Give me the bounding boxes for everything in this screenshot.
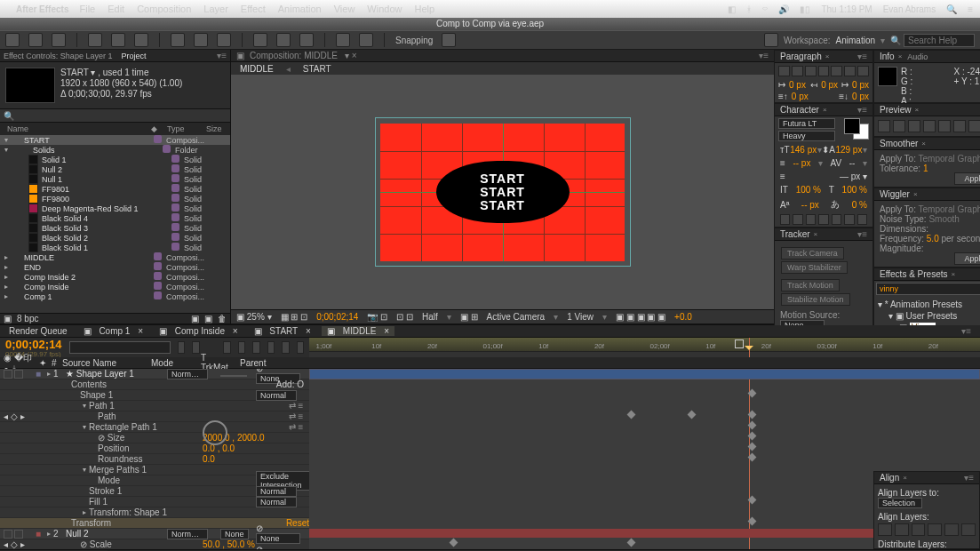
menu-help[interactable]: Help [414, 4, 434, 14]
timeline-row[interactable]: Roundness0.0 [0, 454, 309, 465]
tab-middle[interactable]: ▣ MIDDLE × [322, 326, 394, 336]
tl-icon[interactable] [178, 341, 185, 354]
align-tab[interactable]: Align [880, 473, 899, 483]
hand-tool-icon[interactable] [28, 33, 43, 47]
channel-icon[interactable]: ⊡ ⊡ [396, 312, 413, 322]
crumb-start[interactable]: START [303, 64, 331, 74]
time-ruler[interactable]: 1;00f10f20f01;00f10f20f02;00f10f20f03;00… [309, 338, 980, 357]
project-row[interactable]: FF9801Solid [0, 184, 230, 194]
puppet-tool-icon[interactable] [359, 33, 373, 47]
track-motion-button[interactable]: Track Motion [781, 279, 840, 291]
timeline-row[interactable]: ■▸1★ Shape Layer 1Norm…⊘ None [0, 369, 309, 379]
view-icons[interactable]: ▣ ▣ ▣ ▣ ▣ [616, 312, 665, 322]
project-row[interactable]: Black Solid 1Solid [0, 243, 230, 252]
project-row[interactable]: ▸Comp 1Composi... [0, 291, 230, 301]
font-weight[interactable]: Heavy [778, 131, 835, 141]
project-row[interactable]: Solid 1Solid [0, 155, 230, 164]
preview-controls[interactable] [874, 116, 980, 136]
panel-menu-icon[interactable]: ▾≡ [217, 51, 227, 60]
menu-file[interactable]: File [79, 4, 95, 14]
menu-edit[interactable]: Edit [108, 4, 124, 14]
timeline-row[interactable]: ▾Rectangle Path 1⇄ ≡ [0, 422, 309, 433]
tab-start[interactable]: ▣ START × [249, 326, 316, 336]
menubar-user[interactable]: Evan Abrams [883, 4, 936, 14]
interpret-icon[interactable]: ▣ [4, 314, 12, 323]
project-row[interactable]: ▾STARTComposi... [0, 135, 230, 145]
active-camera[interactable]: Active Camera [487, 312, 546, 322]
comp-viewer[interactable]: START START START [231, 75, 774, 309]
roto-tool-icon[interactable] [336, 33, 350, 47]
tab-comp-inside[interactable]: ▣ Comp Inside × [154, 326, 243, 336]
timeline-row[interactable]: ■▸2Null 2Norm…None⊘ None [0, 529, 309, 539]
menu-effect[interactable]: Effect [241, 4, 266, 14]
layer-outline[interactable]: ■▸1★ Shape Layer 1Norm…⊘ NoneContentsAdd… [0, 369, 309, 549]
wiggler-tab[interactable]: Wiggler [880, 189, 910, 199]
project-row[interactable]: ▾SolidsFolder [0, 145, 230, 155]
effects-presets-tab[interactable]: Effects & Presets [880, 269, 948, 279]
project-row[interactable]: Null 2Solid [0, 164, 230, 174]
timeline-row[interactable]: ModeExclude Intersection [0, 475, 309, 486]
preview-tab[interactable]: Preview [880, 105, 912, 115]
align-to-select[interactable]: Selection [878, 498, 922, 508]
workspace-value[interactable]: Animation [836, 36, 875, 45]
pan-behind-tool-icon[interactable] [134, 33, 148, 47]
menu-animation[interactable]: Animation [278, 4, 322, 14]
menu-layer[interactable]: Layer [203, 4, 228, 14]
project-tree[interactable]: ▾STARTComposi...▾SolidsFolderSolid 1Soli… [0, 135, 230, 313]
project-row[interactable]: Black Solid 3Solid [0, 223, 230, 233]
col-size[interactable]: Size [206, 124, 222, 133]
menu-view[interactable]: View [334, 4, 355, 14]
track-camera-button[interactable]: Track Camera [781, 247, 844, 260]
smoother-apply-button[interactable]: Apply [954, 172, 980, 185]
selection-tool-icon[interactable] [5, 33, 20, 47]
hscale[interactable]: 100 % [842, 185, 867, 195]
project-search-input[interactable] [18, 111, 117, 121]
timeline-search-input[interactable] [69, 341, 171, 354]
zoom-tool-icon[interactable] [52, 33, 66, 47]
timeline-row[interactable]: Fill 1Normal [0, 497, 309, 507]
timeline-row[interactable]: ◂ ◇ ▸Path⇄ ≡ [0, 411, 309, 422]
project-row[interactable]: FF9800Solid [0, 194, 230, 204]
tab-comp1[interactable]: ▣ Comp 1 × [78, 326, 148, 336]
project-row[interactable]: Black Solid 4Solid [0, 213, 230, 223]
ui-toggle-icon[interactable] [764, 33, 778, 47]
vscale[interactable]: 100 % [796, 185, 821, 195]
timeline-row[interactable]: Position0.0 , 0.0 [0, 443, 309, 454]
smoother-tab[interactable]: Smoother [880, 139, 918, 148]
col-tag[interactable]: ◆ [140, 124, 167, 133]
font-size[interactable]: 146 px [790, 145, 817, 155]
kerning[interactable]: -- px [793, 158, 810, 168]
panel-menu-icon[interactable]: ▾≡ [759, 51, 769, 60]
timeline-row[interactable]: ▾Path 1⇄ ≡ [0, 401, 309, 411]
stabilize-button[interactable]: Stabilize Motion [781, 293, 850, 306]
exposure[interactable]: +0.0 [674, 312, 692, 322]
app-name[interactable]: After Effects [16, 4, 68, 14]
viewer-time[interactable]: 0;00;02;14 [316, 312, 358, 322]
info-tab[interactable]: Info [880, 52, 895, 61]
menu-composition[interactable]: Composition [137, 4, 191, 14]
timeline-row[interactable]: ContentsAdd: O [0, 379, 309, 390]
wiggler-apply-button[interactable]: Apply [954, 252, 980, 265]
project-row[interactable]: ▸Comp Inside 2Composi... [0, 272, 230, 282]
timeline-time[interactable]: 0;00;02;14 [5, 338, 62, 351]
eraser-tool-icon[interactable] [299, 33, 314, 47]
type-tool-icon[interactable] [217, 33, 231, 47]
project-row[interactable]: Black Solid 2Solid [0, 233, 230, 243]
timeline-row[interactable]: Stroke 1Normal [0, 486, 309, 497]
character-tab[interactable]: Character [780, 105, 819, 115]
rect-tool-icon[interactable] [171, 33, 185, 47]
clone-tool-icon[interactable] [276, 33, 291, 47]
italic-icon[interactable] [793, 214, 802, 225]
col-name[interactable]: Name [7, 124, 140, 133]
panel-menu-icon[interactable]: ▾≡ [956, 326, 976, 336]
menu-window[interactable]: Window [367, 4, 402, 14]
leading[interactable]: 129 px [835, 145, 862, 155]
project-row[interactable]: ▸ENDComposi... [0, 262, 230, 272]
snapshot-icon[interactable]: 📷 ⊡ [367, 312, 387, 322]
menubar-clock[interactable]: Thu 1:19 PM [821, 4, 872, 14]
timeline-row[interactable]: Shape 1Normal [0, 390, 309, 401]
project-row[interactable]: ▸Comp InsideComposi... [0, 282, 230, 291]
view-count[interactable]: 1 View [567, 312, 594, 322]
crumb-middle[interactable]: MIDDLE [240, 64, 274, 74]
camera-tool-icon[interactable] [111, 33, 125, 47]
